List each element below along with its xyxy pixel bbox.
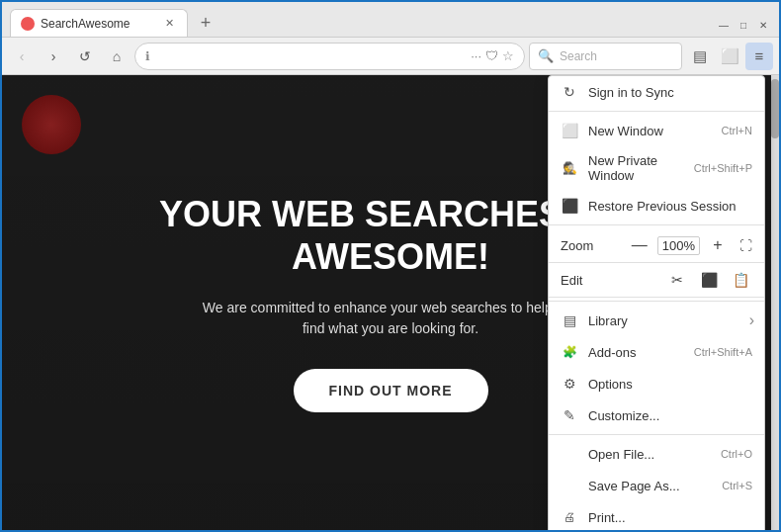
edit-row: Edit ✂ ⬛ 📋 [549, 263, 764, 298]
menu-separator-1 [549, 111, 764, 112]
copy-button[interactable]: ⬛ [697, 268, 721, 292]
address-actions: ··· 🛡 ☆ [471, 48, 514, 63]
menu-label-sign-in: Sign in to Sync [588, 85, 752, 100]
new-tab-button[interactable]: + [192, 9, 219, 37]
menu-shortcut-save-page: Ctrl+S [722, 480, 752, 491]
menu-item-options[interactable]: ⚙ Options [549, 368, 764, 399]
menu-item-sign-in[interactable]: ↻ Sign in to Sync [549, 76, 764, 108]
browser-tab[interactable]: SearchAwesome ✕ [10, 9, 188, 37]
window-controls: — □ ✕ [716, 17, 771, 37]
menu-item-new-window[interactable]: ⬜ New Window Ctrl+N [549, 115, 764, 146]
private-window-icon: 🕵 [561, 159, 578, 177]
tab-favicon [21, 17, 35, 31]
browser-window: SearchAwesome ✕ + — □ ✕ ‹ › ↺ ⌂ ℹ ··· 🛡 … [0, 0, 781, 532]
customize-icon: ✎ [561, 406, 578, 424]
menu-separator-2 [549, 224, 764, 225]
back-button[interactable]: ‹ [8, 43, 36, 70]
menu-item-library[interactable]: ▤ Library [549, 305, 764, 336]
menu-shortcut-open-file: Ctrl+O [721, 448, 752, 460]
menu-label-open-file: Open File... [588, 447, 711, 462]
menu-item-print[interactable]: 🖨 Print... [549, 501, 764, 530]
save-page-icon [561, 477, 578, 494]
nav-icons: ▤ ⬜ ≡ [686, 43, 773, 70]
menu-label-options: Options [588, 377, 752, 392]
open-file-icon [561, 445, 578, 463]
address-bar[interactable]: ℹ ··· 🛡 ☆ [134, 43, 525, 70]
menu-item-new-private[interactable]: 🕵 New Private Window Ctrl+Shift+P [549, 146, 764, 190]
search-placeholder: Search [560, 49, 597, 63]
sync-icon-button[interactable]: ⬜ [716, 43, 743, 70]
options-icon: ⚙ [561, 375, 578, 393]
menu-label-save-page: Save Page As... [588, 479, 712, 493]
address-bookmark-button[interactable]: ☆ [502, 48, 514, 63]
menu-label-new-private: New Private Window [588, 153, 684, 183]
zoom-plus-button[interactable]: + [706, 233, 730, 257]
tab-close-button[interactable]: ✕ [161, 16, 177, 32]
menu-label-restore-session: Restore Previous Session [588, 199, 752, 214]
menu-separator-4 [549, 434, 764, 435]
menu-shortcut-addons: Ctrl+Shift+A [694, 346, 752, 358]
forward-button[interactable]: › [40, 43, 67, 70]
menu-label-print: Print... [588, 510, 752, 525]
menu-label-library: Library [588, 313, 752, 328]
edit-buttons: ✂ ⬛ 📋 [665, 268, 752, 292]
menu-item-open-file[interactable]: Open File... Ctrl+O [549, 438, 764, 470]
refresh-button[interactable]: ↺ [71, 43, 99, 70]
zoom-row: Zoom — 100% + ⛶ [549, 228, 764, 263]
menu-shortcut-new-window: Ctrl+N [722, 125, 752, 136]
edit-label: Edit [561, 273, 659, 288]
menu-separator-3 [549, 301, 764, 302]
zoom-label: Zoom [561, 238, 622, 253]
menu-label-customize: Customize... [588, 408, 752, 423]
dropdown-menu: ↻ Sign in to Sync ⬜ New Window Ctrl+N 🕵 … [548, 75, 765, 530]
maximize-button[interactable]: □ [736, 17, 751, 33]
scrollbar[interactable] [771, 75, 779, 530]
tab-label: SearchAwesome [41, 17, 155, 31]
search-icon: 🔍 [538, 48, 554, 63]
cut-button[interactable]: ✂ [665, 268, 689, 292]
page-logo [22, 95, 81, 154]
menu-icon-button[interactable]: ≡ [745, 43, 773, 70]
restore-session-icon: ⬛ [561, 197, 578, 215]
title-bar: SearchAwesome ✕ + — □ ✕ [2, 2, 779, 38]
library-icon: ▤ [561, 311, 578, 329]
home-button[interactable]: ⌂ [103, 43, 130, 70]
bookmarks-icon-button[interactable]: ▤ [686, 43, 714, 70]
address-info-icon: ℹ [145, 49, 150, 63]
paste-button[interactable]: 📋 [729, 268, 752, 292]
zoom-expand-button[interactable]: ⛶ [739, 238, 752, 253]
sync-icon: ↻ [561, 83, 578, 101]
close-button[interactable]: ✕ [755, 17, 771, 33]
content-area: YOUR WEB SEARCHES BE AWESOME! We are com… [2, 75, 779, 530]
heading-line2: AWESOME! [292, 236, 489, 277]
menu-item-addons[interactable]: 🧩 Add-ons Ctrl+Shift+A [549, 336, 764, 368]
new-window-icon: ⬜ [561, 122, 578, 139]
zoom-minus-button[interactable]: — [628, 233, 651, 257]
menu-label-addons: Add-ons [588, 345, 684, 360]
address-ellipsis-button[interactable]: ··· [471, 48, 481, 63]
menu-item-restore-session[interactable]: ⬛ Restore Previous Session [549, 190, 764, 222]
menu-label-new-window: New Window [588, 124, 712, 138]
page-subtext: We are committed to enhance your web sea… [193, 298, 588, 339]
minimize-button[interactable]: — [716, 17, 732, 33]
addons-icon: 🧩 [561, 343, 578, 361]
menu-item-save-page[interactable]: Save Page As... Ctrl+S [549, 470, 764, 501]
nav-bar: ‹ › ↺ ⌂ ℹ ··· 🛡 ☆ 🔍 Search ▤ ⬜ ≡ [2, 38, 779, 75]
print-icon: 🖨 [561, 508, 578, 526]
menu-item-customize[interactable]: ✎ Customize... [549, 399, 764, 431]
find-out-more-button[interactable]: FIND OUT MORE [294, 369, 488, 412]
zoom-value: 100% [657, 236, 700, 255]
scrollbar-thumb[interactable] [771, 79, 779, 138]
search-bar[interactable]: 🔍 Search [529, 43, 682, 70]
address-shield-button[interactable]: 🛡 [485, 48, 498, 63]
menu-shortcut-new-private: Ctrl+Shift+P [694, 162, 752, 174]
